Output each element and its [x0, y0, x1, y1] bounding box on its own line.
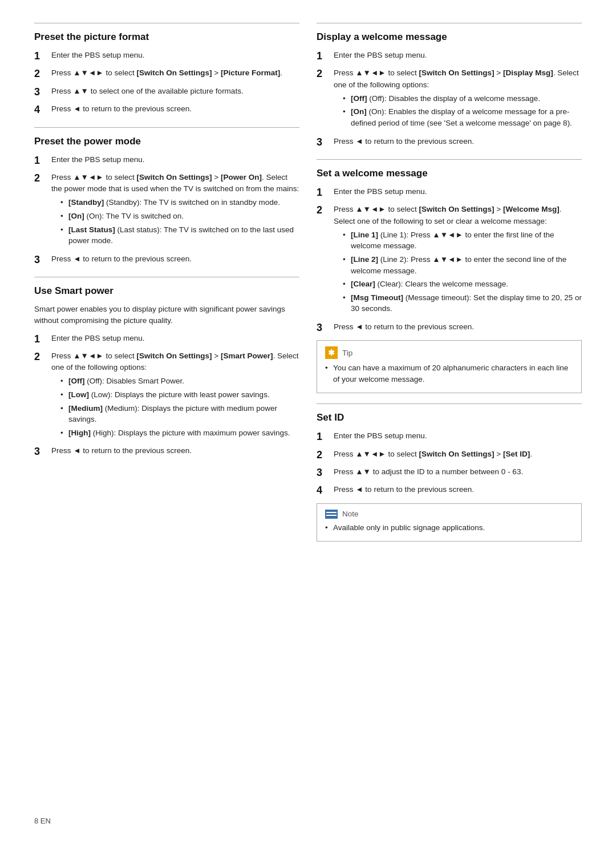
- step-item: 3 Press ▲▼ to select one of the availabl…: [34, 86, 299, 99]
- step-item: 2 Press ▲▼◄► to select [Switch On Settin…: [34, 172, 299, 249]
- section-title-preset-picture-format: Preset the picture format: [34, 31, 299, 43]
- tip-label: Tip: [342, 349, 352, 357]
- bullet-item: [On] (On): Enables the display of a welc…: [343, 106, 582, 128]
- step-item: 3 Press ◄ to return to the previous scre…: [34, 253, 299, 266]
- note-box: Note Available only in public signage ap…: [317, 503, 582, 542]
- step-number: 2: [317, 204, 329, 217]
- step-text: Press ▲▼ to select one of the available …: [51, 86, 299, 97]
- note-content-list: Available only in public signage applica…: [325, 522, 573, 534]
- step-text: Press ▲▼◄► to select [Switch On Settings…: [334, 204, 582, 316]
- step-number: 3: [34, 445, 47, 458]
- step-item: 4 Press ◄ to return to the previous scre…: [34, 103, 299, 116]
- bullet-list: [Off] (Off): Disables the display of a w…: [334, 93, 582, 129]
- page-footer: 8 EN: [34, 817, 51, 825]
- note-header: Note: [325, 510, 573, 519]
- steps-smart-power: 1 Enter the PBS setup menu. 2 Press ▲▼◄►…: [34, 333, 299, 459]
- step-number: 1: [317, 50, 329, 63]
- step-number: 1: [34, 154, 47, 167]
- step-number: 1: [34, 50, 47, 63]
- note-label: Note: [342, 510, 359, 518]
- section-title-smart-power: Use Smart power: [34, 285, 299, 297]
- step-text: Enter the PBS setup menu.: [51, 50, 299, 61]
- section-title-preset-power-mode: Preset the power mode: [34, 136, 299, 147]
- bullet-item: [Low] (Low): Displays the picture with l…: [60, 389, 299, 401]
- step-text: Press ◄ to return to the previous screen…: [51, 253, 299, 265]
- left-column: Preset the picture format 1 Enter the PB…: [34, 23, 299, 814]
- tip-content-list: You can have a maximum of 20 alphanumeri…: [325, 362, 573, 385]
- step-number: 3: [34, 86, 47, 99]
- tip-icon: ✱: [325, 346, 338, 359]
- bullet-item: [Last Status] (Last status): The TV is s…: [60, 224, 299, 247]
- step-text: Enter the PBS setup menu.: [334, 430, 582, 442]
- tip-content-item: You can have a maximum of 20 alphanumeri…: [325, 362, 573, 385]
- section-smart-power: Use Smart power Smart power enables you …: [34, 277, 299, 459]
- section-preset-power-mode: Preset the power mode 1 Enter the PBS se…: [34, 127, 299, 267]
- bullet-item: [Standby] (Standby): The TV is switched …: [60, 197, 299, 208]
- tip-box: ✱ Tip You can have a maximum of 20 alpha…: [317, 340, 582, 393]
- step-item: 1 Enter the PBS setup menu.: [317, 50, 582, 63]
- bullet-item: [High] (High): Displays the picture with…: [60, 427, 299, 439]
- step-text: Enter the PBS setup menu.: [334, 50, 582, 61]
- step-item: 2 Press ▲▼◄► to select [Switch On Settin…: [34, 67, 299, 80]
- steps-preset-power-mode: 1 Enter the PBS setup menu. 2 Press ▲▼◄►…: [34, 154, 299, 267]
- step-item: 2 Press ▲▼◄► to select [Switch On Settin…: [317, 67, 582, 131]
- step-number: 2: [34, 67, 47, 80]
- bullet-item: [Line 1] (Line 1): Press ▲▼◄► to enter t…: [343, 229, 582, 252]
- bullet-list: [Line 1] (Line 1): Press ▲▼◄► to enter t…: [334, 229, 582, 314]
- bullet-item: [Clear] (Clear): Clears the welcome mess…: [343, 278, 582, 290]
- section-title-set-id: Set ID: [317, 412, 582, 423]
- step-number: 2: [317, 449, 329, 462]
- section-preset-picture-format: Preset the picture format 1 Enter the PB…: [34, 23, 299, 117]
- step-text: Press ▲▼◄► to select [Switch On Settings…: [51, 67, 299, 79]
- steps-preset-picture-format: 1 Enter the PBS setup menu. 2 Press ▲▼◄►…: [34, 50, 299, 117]
- section-title-set-welcome-message: Set a welcome message: [317, 168, 582, 179]
- step-item: 1 Enter the PBS setup menu.: [34, 154, 299, 167]
- step-text: Press ◄ to return to the previous screen…: [334, 136, 582, 147]
- step-text: Press ◄ to return to the previous screen…: [51, 103, 299, 115]
- bullet-item: [On] (On): The TV is switched on.: [60, 211, 299, 222]
- step-number: 1: [34, 333, 47, 346]
- step-item: 4 Press ◄ to return to the previous scre…: [317, 484, 582, 497]
- bullet-list: [Off] (Off): Disables Smart Power. [Low]…: [51, 375, 299, 438]
- step-number: 1: [317, 430, 329, 443]
- bullet-item: [Line 2] (Line 2): Press ▲▼◄► to enter t…: [343, 254, 582, 276]
- step-number: 2: [317, 67, 329, 80]
- step-text: Enter the PBS setup menu.: [334, 186, 582, 197]
- step-number: 3: [317, 466, 329, 479]
- bullet-item: [Off] (Off): Disables the display of a w…: [343, 93, 582, 104]
- step-text: Press ◄ to return to the previous screen…: [334, 321, 582, 333]
- section-set-welcome-message: Set a welcome message 1 Enter the PBS se…: [317, 159, 582, 393]
- step-item: 2 Press ▲▼◄► to select [Switch On Settin…: [34, 350, 299, 441]
- bullet-item: [Msg Timeout] (Message timeout): Set the…: [343, 292, 582, 314]
- right-column: Display a welcome message 1 Enter the PB…: [317, 23, 582, 814]
- smart-power-intro: Smart power enables you to display pictu…: [34, 304, 299, 327]
- step-item: 2 Press ▲▼◄► to select [Switch On Settin…: [317, 449, 582, 462]
- step-number: 2: [34, 350, 47, 364]
- step-text: Press ▲▼◄► to select [Switch On Settings…: [51, 172, 299, 249]
- step-text: Press ◄ to return to the previous screen…: [51, 445, 299, 457]
- note-content-item: Available only in public signage applica…: [325, 522, 573, 534]
- step-item: 2 Press ▲▼◄► to select [Switch On Settin…: [317, 204, 582, 316]
- step-item: 1 Enter the PBS setup menu.: [317, 430, 582, 443]
- section-set-id: Set ID 1 Enter the PBS setup menu. 2 Pre…: [317, 403, 582, 542]
- steps-set-id: 1 Enter the PBS setup menu. 2 Press ▲▼◄►…: [317, 430, 582, 498]
- step-item: 3 Press ◄ to return to the previous scre…: [317, 321, 582, 334]
- step-text: Press ▲▼◄► to select [Switch On Settings…: [334, 449, 582, 460]
- bullet-list: [Standby] (Standby): The TV is switched …: [51, 197, 299, 246]
- bullet-item: [Medium] (Medium): Displays the picture …: [60, 403, 299, 425]
- tip-star: ✱: [328, 348, 335, 357]
- step-number: 3: [34, 253, 47, 266]
- section-display-welcome-message: Display a welcome message 1 Enter the PB…: [317, 23, 582, 149]
- step-number: 3: [317, 321, 329, 334]
- step-number: 4: [34, 103, 47, 116]
- step-number: 4: [317, 484, 329, 497]
- section-title-display-welcome-message: Display a welcome message: [317, 31, 582, 43]
- step-item: 3 Press ◄ to return to the previous scre…: [317, 136, 582, 149]
- step-number: 2: [34, 172, 47, 185]
- steps-display-welcome-message: 1 Enter the PBS setup menu. 2 Press ▲▼◄►…: [317, 50, 582, 149]
- step-text: Enter the PBS setup menu.: [51, 333, 299, 344]
- step-item: 1 Enter the PBS setup menu.: [34, 333, 299, 346]
- step-text: Press ▲▼ to adjust the ID to a number be…: [334, 466, 582, 478]
- step-item: 3 Press ◄ to return to the previous scre…: [34, 445, 299, 458]
- tip-header: ✱ Tip: [325, 346, 573, 359]
